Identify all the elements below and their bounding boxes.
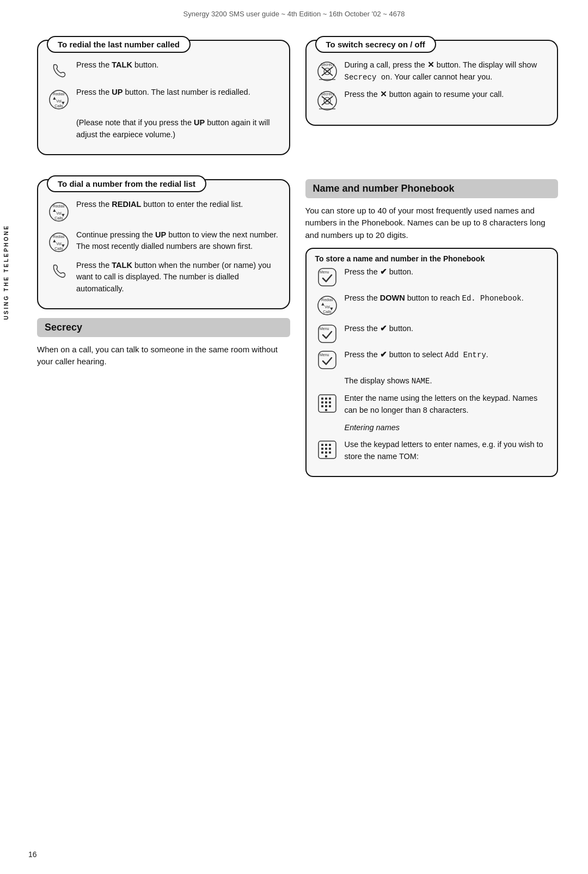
pb-menu-icon3: Menu	[315, 350, 339, 370]
side-label: USING THE TELEPHONE	[0, 218, 12, 327]
pb-entering-names: Entering names	[315, 422, 549, 434]
secrecy-switch-box: To switch secrecy on / off Secrecy	[305, 40, 559, 126]
dial-redial-title: To dial a number from the redial list	[47, 175, 206, 192]
redial-icon: Redial/ ▲ Vol ▼ Calls	[47, 88, 71, 112]
secrecy-switch-title: To switch secrecy on / off	[315, 36, 436, 53]
svg-rect-43	[321, 398, 323, 400]
bottom-two-col: To dial a number from the redial list Re…	[37, 179, 558, 485]
page-header: Synergy 3200 SMS user guide ~ 4th Editio…	[0, 0, 588, 23]
secrecy-step2: Secrecy Press the ✕ button again to resu…	[315, 89, 549, 112]
col-right-bottom: Name and number Phonebook You can store …	[305, 179, 559, 485]
main-content: To redial the last number called Press t…	[0, 23, 588, 522]
svg-text:Secrecy: Secrecy	[321, 63, 335, 67]
svg-rect-44	[325, 398, 327, 400]
store-phonebook-box: To store a name and number in the Phoneb…	[305, 248, 559, 477]
redial-last-body: Press the TALK button. Redial/ ▲ Vol	[38, 59, 289, 141]
page-number: 16	[28, 850, 37, 859]
svg-rect-61	[325, 451, 327, 454]
pb-step2: Redial/ ▲ Vol ▼ Calls Press the DOWN but…	[315, 292, 549, 317]
svg-rect-56	[329, 444, 331, 446]
svg-text:Menu: Menu	[320, 270, 329, 274]
svg-text:Calls: Calls	[54, 247, 63, 250]
pb-menu-icon2: Menu	[315, 324, 339, 344]
pb-step6-text: Enter the name using the letters on the …	[345, 393, 549, 417]
pb-step1-text: Press the ✔ button.	[345, 266, 414, 278]
svg-rect-54	[321, 444, 323, 446]
svg-text:Menu: Menu	[320, 353, 329, 357]
step-up-text: Press the UP button. The last number is …	[76, 87, 250, 99]
secrecy-section-title: Secrecy	[37, 318, 290, 337]
dial-step1-text: Press the REDIAL button to enter the red…	[76, 199, 243, 211]
col-right-top: To switch secrecy on / off Secrecy	[305, 40, 559, 164]
store-phonebook-body: Menu Press the ✔ button.	[307, 266, 558, 463]
pb-step5-text: The display shows NAME.	[345, 375, 432, 387]
pb-menu-icon1: Menu	[315, 267, 339, 287]
header-text: Synergy 3200 SMS user guide ~ 4th Editio…	[183, 10, 405, 18]
col-left-top: To redial the last number called Press t…	[37, 40, 290, 164]
step-talk-text: Press the TALK button.	[76, 59, 158, 71]
dial-step1: Redial/ ▲ Vol ▼ Calls Press the REDIAL b…	[47, 199, 280, 224]
svg-rect-49	[321, 405, 323, 407]
pb-step4-text: Press the ✔ button to select Add Entry.	[345, 349, 488, 361]
secrecy-icon1: Secrecy	[315, 60, 339, 82]
svg-rect-46	[321, 401, 323, 404]
dial-icon1: Redial/ ▲ Vol ▼ Calls	[47, 200, 71, 224]
svg-rect-57	[321, 448, 323, 450]
phonebook-section-title: Name and number Phonebook	[305, 179, 559, 198]
dial-step3: Press the TALK button when the number (o…	[47, 260, 280, 295]
secrecy-step1-text: During a call, press the ✕ button. The d…	[345, 59, 549, 83]
svg-rect-60	[321, 451, 323, 454]
pb-keypad-icon2	[315, 440, 339, 460]
dial-step3-text: Press the TALK button when the number (o…	[76, 260, 280, 295]
pb-step3-text: Press the ✔ button.	[345, 323, 414, 335]
svg-rect-52	[325, 409, 327, 411]
secrecy-section-body: When on a call, you can talk to someone …	[37, 344, 290, 368]
redial-last-box: To redial the last number called Press t…	[37, 40, 290, 155]
pb-keypad-icon1	[315, 394, 339, 413]
pb-step5: The display shows NAME.	[315, 375, 549, 387]
dial-redial-body: Redial/ ▲ Vol ▼ Calls Press the REDIAL b…	[38, 199, 289, 295]
svg-text:Calls: Calls	[54, 216, 63, 220]
svg-rect-63	[325, 455, 327, 457]
secrecy-icon2: Secrecy	[315, 90, 339, 112]
dial-step2-text: Continue pressing the UP button to view …	[76, 229, 280, 253]
dial-icon2: Redial/ ▲ Vol ▼ Calls	[47, 230, 71, 254]
store-phonebook-title: To store a name and number in the Phoneb…	[307, 249, 558, 266]
pb-step7-text: Use the keypad letters to enter names, e…	[345, 439, 549, 463]
secrecy-step2-text: Press the ✕ button again to resume your …	[345, 89, 504, 101]
pb-step6: Enter the name using the letters on the …	[315, 393, 549, 417]
step-talk: Press the TALK button.	[47, 59, 280, 81]
pb-step1: Menu Press the ✔ button.	[315, 266, 549, 287]
step-note: (Please note that if you press the UP bu…	[47, 117, 280, 141]
secrecy-switch-body: Secrecy During a call, press the ✕ butto…	[307, 59, 558, 112]
svg-text:Menu: Menu	[320, 327, 329, 331]
dial-redial-box: To dial a number from the redial list Re…	[37, 179, 290, 309]
step-note-text: (Please note that if you press the UP bu…	[76, 117, 280, 141]
svg-rect-51	[329, 405, 331, 407]
secrecy-step1: Secrecy During a call, press the ✕ butto…	[315, 59, 549, 83]
redial-last-title: To redial the last number called	[47, 36, 191, 53]
svg-text:Calls: Calls	[54, 104, 63, 108]
svg-rect-50	[325, 405, 327, 407]
phonebook-section-body: You can store up to 40 of your most freq…	[305, 205, 559, 242]
svg-rect-48	[329, 401, 331, 404]
dial-step2: Redial/ ▲ Vol ▼ Calls Continue pressing …	[47, 229, 280, 254]
pb-step7: Use the keypad letters to enter names, e…	[315, 439, 549, 463]
top-two-col: To redial the last number called Press t…	[37, 40, 558, 164]
dial-icon3	[47, 261, 71, 282]
svg-rect-58	[325, 448, 327, 450]
svg-rect-62	[329, 451, 331, 454]
svg-text:Secrecy: Secrecy	[321, 92, 335, 96]
svg-text:Calls: Calls	[323, 310, 332, 314]
pb-step2-text: Press the DOWN button to reach Ed. Phone…	[345, 292, 524, 304]
pb-step3: Menu Press the ✔ button.	[315, 323, 549, 344]
pb-redial-icon: Redial/ ▲ Vol ▼ Calls	[315, 294, 339, 317]
svg-rect-45	[329, 398, 331, 400]
svg-rect-47	[325, 401, 327, 404]
col-left-bottom: To dial a number from the redial list Re…	[37, 179, 290, 485]
svg-rect-55	[325, 444, 327, 446]
step-up: Redial/ ▲ Vol ▼ Calls Press the UP butto…	[47, 87, 280, 112]
pb-step4: Menu Press the ✔ button to select Add En…	[315, 349, 549, 370]
talk-icon	[47, 60, 71, 81]
svg-rect-59	[329, 448, 331, 450]
